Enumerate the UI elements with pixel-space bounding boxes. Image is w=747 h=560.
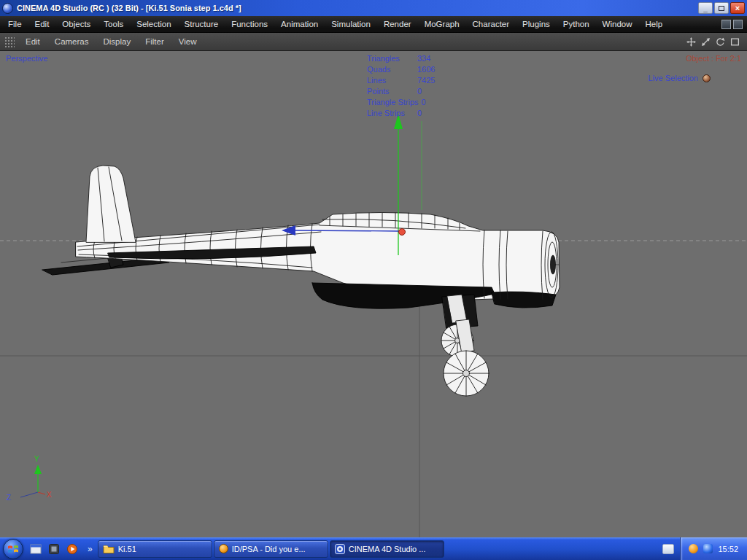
menu-item-python[interactable]: Python [557, 16, 596, 32]
y-axis-label: Y [34, 455, 39, 463]
taskbar: » Ki.51 ID/PSA - Did you e... CINEMA 4D … [0, 537, 747, 560]
menu-item-animation[interactable]: Animation [274, 16, 325, 32]
world-axis-gizmo: Y Z X [7, 455, 52, 502]
vp-menu-edit[interactable]: Edit [18, 37, 47, 46]
window-title: CINEMA 4D Studio (RC ) (32 Bit) - [Ki.51… [17, 4, 694, 12]
interface-layout-icon[interactable] [721, 20, 731, 29]
quick-launch-bar: » [27, 543, 97, 555]
application-window: CINEMA 4D Studio (RC ) (32 Bit) - [Ki.51… [0, 0, 747, 560]
active-tool-hud[interactable]: Live Selection [649, 74, 711, 82]
menu-item-tools[interactable]: Tools [97, 16, 130, 32]
x-axis-label: X [47, 491, 52, 499]
stat-row: Line Strips0 [367, 108, 435, 119]
menu-item-render[interactable]: Render [377, 16, 418, 32]
task-label: ID/PSA - Did you e... [232, 545, 306, 553]
cinema4d-icon [335, 544, 345, 554]
object-info-hud: Object : For 2:1 [686, 54, 741, 63]
vp-menu-cameras[interactable]: Cameras [47, 37, 96, 46]
grip-icon[interactable] [4, 36, 15, 48]
tray-network-icon[interactable] [703, 544, 713, 553]
task-label: CINEMA 4D Studio ... [349, 545, 426, 553]
vp-menu-view[interactable]: View [171, 37, 204, 46]
stat-row: Triangles334 [367, 53, 435, 64]
quick-launch-overflow-chevron[interactable]: » [88, 544, 93, 554]
minimize-button[interactable]: _ [698, 2, 713, 14]
app-icon [2, 3, 13, 14]
perspective-viewport[interactable]: Y Z X Perspective Triangles334 Quads1606… [0, 51, 747, 537]
close-button[interactable]: × [730, 2, 745, 14]
vp-menu-filter[interactable]: Filter [138, 37, 171, 46]
task-button-cinema4d[interactable]: CINEMA 4D Studio ... [330, 540, 444, 558]
stat-row: Lines7425 [367, 75, 435, 86]
z-axis-label: Z [7, 494, 11, 502]
windows-flag-icon [7, 543, 19, 555]
camera-label[interactable]: Perspective [6, 54, 47, 63]
stat-row: Points0 [367, 86, 435, 97]
task-button-ki51[interactable]: Ki.51 [98, 540, 212, 558]
menu-item-mograph[interactable]: MoGraph [418, 16, 466, 32]
viewport-menu-bar: Edit Cameras Display Filter View [0, 33, 747, 51]
object-origin-point [399, 229, 406, 236]
language-bar-icon[interactable] [662, 544, 674, 554]
pan-view-icon[interactable] [686, 37, 696, 47]
menu-item-help[interactable]: Help [639, 16, 670, 32]
quick-launch-media-player-icon[interactable] [66, 543, 78, 555]
start-button[interactable] [3, 539, 23, 559]
menu-item-selection[interactable]: Selection [130, 16, 177, 32]
rotate-view-icon[interactable] [716, 37, 725, 47]
interface-palette-icon[interactable] [733, 20, 743, 29]
messenger-icon [219, 544, 228, 553]
taskbar-clock[interactable]: 15:52 [718, 545, 738, 553]
menu-item-edit[interactable]: Edit [28, 16, 56, 32]
menu-item-character[interactable]: Character [466, 16, 516, 32]
tray-update-icon[interactable] [689, 544, 698, 553]
quick-launch-window-icon[interactable] [30, 543, 42, 555]
folder-icon [103, 544, 115, 553]
restore-icon [719, 6, 724, 11]
menu-item-simulation[interactable]: Simulation [325, 16, 377, 32]
active-tool-label: Live Selection [649, 74, 699, 82]
vp-menu-display[interactable]: Display [96, 37, 138, 46]
menu-item-functions[interactable]: Functions [225, 16, 274, 32]
task-label: Ki.51 [118, 545, 136, 553]
viewport-canvas[interactable]: Y Z X [0, 51, 747, 537]
menu-item-window[interactable]: Window [596, 16, 639, 32]
menu-item-structure[interactable]: Structure [178, 16, 225, 32]
menu-item-plugins[interactable]: Plugins [516, 16, 557, 32]
zoom-view-icon[interactable] [701, 37, 711, 47]
menu-item-file[interactable]: File [1, 16, 28, 32]
live-selection-icon [703, 74, 711, 82]
airplane-model[interactable] [42, 166, 560, 396]
quick-launch-app-icon[interactable] [48, 543, 60, 555]
stat-row: Triangle Strips0 [367, 97, 435, 108]
title-bar[interactable]: CINEMA 4D Studio (RC ) (32 Bit) - [Ki.51… [0, 0, 747, 16]
stat-row: Quads1606 [367, 64, 435, 75]
main-menu-bar: File Edit Objects Tools Selection Struct… [0, 16, 747, 33]
menu-item-objects[interactable]: Objects [55, 16, 97, 32]
toggle-view-icon[interactable] [730, 37, 740, 47]
restore-button[interactable] [714, 2, 729, 14]
mesh-statistics-hud: Triangles334 Quads1606 Lines7425 Points0… [367, 53, 435, 119]
system-tray: 15:52 [680, 537, 747, 560]
task-button-idpsa[interactable]: ID/PSA - Did you e... [214, 540, 328, 558]
